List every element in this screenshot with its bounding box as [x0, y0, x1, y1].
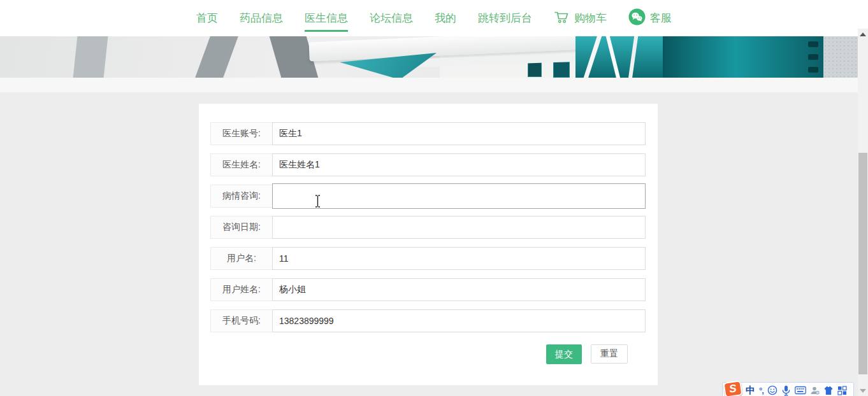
text-cursor-pointer	[314, 195, 321, 210]
soft-keyboard-icon[interactable]	[795, 386, 806, 395]
skin-icon[interactable]	[823, 386, 834, 395]
sogou-ime-toolbar: S 中 °,	[722, 382, 854, 396]
customer-service-label: 客服	[650, 11, 672, 25]
doctor-name-input[interactable]	[273, 154, 645, 176]
form-actions: 提交 重置	[210, 344, 646, 364]
emoji-picker-icon[interactable]	[767, 385, 778, 395]
scrollbar-thumb[interactable]	[858, 153, 867, 374]
user-fullname-input[interactable]	[273, 279, 645, 301]
scrollbar	[858, 29, 868, 396]
cart-label: 购物车	[574, 11, 607, 25]
wechat-service-icon	[628, 8, 646, 29]
cart-icon	[554, 10, 570, 27]
user-fullname-label: 用户姓名:	[210, 278, 273, 301]
reset-button[interactable]: 重置	[591, 344, 628, 364]
consult-date-label: 咨询日期:	[210, 216, 273, 239]
form-row-doctor-account: 医生账号:	[210, 122, 646, 145]
hero-machine-slot	[808, 67, 818, 73]
username-input[interactable]	[273, 248, 645, 269]
doctor-account-input[interactable]	[273, 123, 645, 145]
nav-item-customer-service[interactable]: 客服	[628, 8, 672, 29]
top-navbar: 首页 药品信息 医生信息 论坛信息 我的 跳转到后台 购物车	[0, 0, 868, 36]
nav-item-cart[interactable]: 购物车	[554, 10, 607, 27]
nav-item-home[interactable]: 首页	[196, 11, 218, 25]
nav-item-mine[interactable]: 我的	[435, 11, 456, 25]
nav-item-doctor-info[interactable]: 医生信息	[305, 11, 348, 25]
submit-button[interactable]: 提交	[546, 344, 582, 364]
nav-item-goto-backend[interactable]: 跳转到后台	[478, 11, 532, 25]
form-row-doctor-name: 医生姓名:	[210, 153, 646, 176]
form-row-user-fullname: 用户姓名:	[210, 278, 646, 301]
toolbox-icon[interactable]	[837, 386, 847, 395]
condition-consult-input[interactable]	[273, 184, 645, 208]
chinese-mode-icon[interactable]: 中	[746, 385, 755, 396]
hero-machine-slot	[808, 54, 818, 60]
nav-item-drug-info[interactable]: 药品信息	[240, 11, 283, 25]
hero-banner	[0, 36, 868, 78]
consult-date-input[interactable]	[273, 216, 645, 238]
hero-machine-slot	[808, 41, 818, 47]
hero-pillar-shape	[195, 36, 238, 78]
form-row-username: 用户名:	[210, 247, 646, 270]
hero-pillar-shape	[73, 36, 108, 78]
form-row-phone: 手机号码:	[210, 309, 646, 332]
scrollbar-down-arrow[interactable]	[860, 389, 866, 393]
form-row-consult-date: 咨询日期:	[210, 216, 646, 239]
phone-input[interactable]	[273, 310, 645, 332]
doctor-account-label: 医生账号:	[210, 122, 273, 145]
voice-input-icon[interactable]	[781, 385, 791, 396]
consult-form: 医生账号: 医生姓名: 病情咨询: 咨询日期: 用户名: 用户姓名: 手机号码:	[210, 122, 646, 364]
hero-machine-body	[663, 36, 823, 78]
punctuation-icon[interactable]: °,	[759, 386, 763, 395]
section-divider-strip	[0, 78, 868, 92]
consult-form-card: 医生账号: 医生姓名: 病情咨询: 咨询日期: 用户名: 用户姓名: 手机号码:	[199, 104, 658, 385]
hero-monitor-screen	[553, 62, 570, 78]
doctor-name-label: 医生姓名:	[210, 153, 273, 176]
form-row-condition-consult: 病情咨询:	[210, 185, 646, 208]
sogou-logo-icon[interactable]: S	[723, 380, 742, 396]
nav-item-forum-info[interactable]: 论坛信息	[370, 11, 413, 25]
account-icon[interactable]	[810, 386, 820, 395]
scrollbar-up-arrow[interactable]	[860, 32, 866, 36]
username-label: 用户名:	[210, 247, 273, 270]
phone-label: 手机号码:	[210, 309, 273, 332]
condition-consult-label: 病情咨询:	[210, 185, 273, 208]
